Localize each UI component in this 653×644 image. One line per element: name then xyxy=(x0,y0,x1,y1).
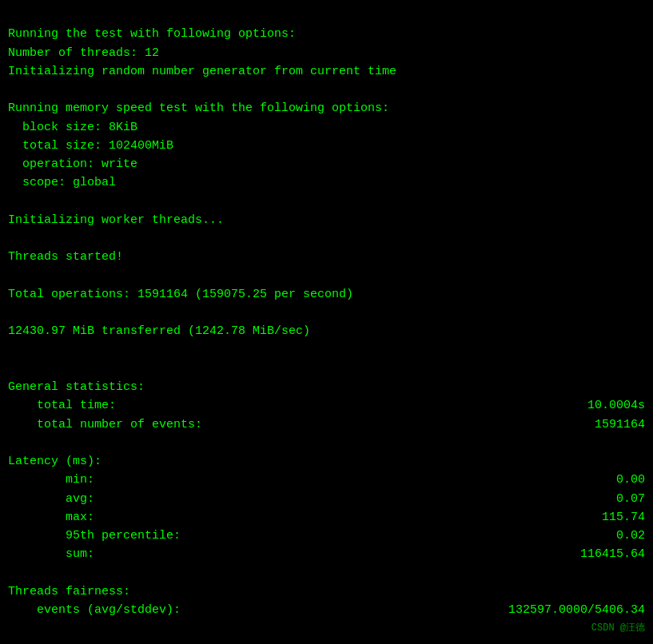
terminal-line xyxy=(8,360,645,378)
line-value: 0.07 xyxy=(616,490,645,508)
line-label: total number of events: xyxy=(8,415,202,434)
terminal-line: 95th percentile:0.02 xyxy=(8,527,645,545)
line-text xyxy=(8,267,15,285)
terminal-line: General statistics: xyxy=(8,378,645,396)
line-text xyxy=(8,434,15,452)
terminal-line: Latency (ms): xyxy=(8,452,645,471)
terminal-line xyxy=(8,81,645,99)
terminal-line: Initializing random number generator fro… xyxy=(8,62,645,81)
line-text xyxy=(8,564,15,582)
terminal-line: events (avg/stddev):132597.0000/5406.34 xyxy=(8,601,645,619)
line-label: sum: xyxy=(8,545,94,563)
line-text: Initializing random number generator fro… xyxy=(8,62,396,81)
line-value: 10.0004s xyxy=(587,396,645,415)
line-value: 115.74 xyxy=(602,508,645,527)
terminal-line: Total operations: 1591164 (159075.25 per… xyxy=(8,285,645,304)
terminal-line: min:0.00 xyxy=(8,471,645,489)
line-text: operation: write xyxy=(8,155,137,173)
line-value: 116415.64 xyxy=(580,545,645,563)
line-label: max: xyxy=(8,508,94,527)
line-text: Total operations: 1591164 (159075.25 per… xyxy=(8,285,353,304)
line-text: Threads started! xyxy=(8,248,123,266)
terminal-line: block size: 8KiB xyxy=(8,118,645,137)
line-value: 132597.0000/5406.34 xyxy=(508,601,645,619)
line-label: total time: xyxy=(8,396,116,415)
terminal-line: sum:116415.64 xyxy=(8,545,645,563)
line-value: 0.02 xyxy=(616,527,645,545)
line-text xyxy=(8,229,15,248)
line-text xyxy=(8,360,15,378)
line-text: Latency (ms): xyxy=(8,452,102,471)
line-value: 1591164 xyxy=(595,415,645,434)
terminal-line: 12430.97 MiB transferred (1242.78 MiB/se… xyxy=(8,322,645,340)
terminal-line xyxy=(8,193,645,211)
line-text xyxy=(8,193,15,211)
terminal-line xyxy=(8,564,645,582)
terminal-line: total time:10.0004s xyxy=(8,396,645,415)
line-text: Number of threads: 12 xyxy=(8,44,159,62)
terminal-line: Threads fairness: xyxy=(8,582,645,601)
terminal-line: operation: write xyxy=(8,155,645,173)
line-text: Running the test with following options: xyxy=(8,25,296,43)
terminal-line: avg:0.07 xyxy=(8,490,645,508)
line-text: scope: global xyxy=(8,173,116,192)
terminal-line: Threads started! xyxy=(8,248,645,266)
line-text xyxy=(8,81,15,99)
line-text xyxy=(8,341,15,360)
line-label: 95th percentile: xyxy=(8,527,181,545)
line-text: Initializing worker threads... xyxy=(8,211,224,229)
terminal-output: Running the test with following options:… xyxy=(8,6,645,638)
terminal-line xyxy=(8,434,645,452)
terminal-line xyxy=(8,229,645,248)
line-label: avg: xyxy=(8,490,94,508)
terminal-line: total number of events:1591164 xyxy=(8,415,645,434)
terminal-line: Number of threads: 12 xyxy=(8,44,645,62)
terminal-line: scope: global xyxy=(8,173,645,192)
line-text: total size: 102400MiB xyxy=(8,137,173,155)
terminal-line xyxy=(8,341,645,360)
watermark: CSDN @汪德 xyxy=(591,621,645,636)
line-text: 12430.97 MiB transferred (1242.78 MiB/se… xyxy=(8,322,310,340)
line-text xyxy=(8,304,15,322)
terminal-line: Initializing worker threads... xyxy=(8,211,645,229)
terminal-line xyxy=(8,267,645,285)
terminal-line: total size: 102400MiB xyxy=(8,137,645,155)
terminal-line: Running the test with following options: xyxy=(8,25,645,43)
line-text: block size: 8KiB xyxy=(8,118,137,137)
line-text: General statistics: xyxy=(8,378,145,396)
line-value: 0.00 xyxy=(616,471,645,489)
terminal-line: Running memory speed test with the follo… xyxy=(8,99,645,117)
terminal-line: max:115.74 xyxy=(8,508,645,527)
terminal-line xyxy=(8,304,645,322)
line-text: Threads fairness: xyxy=(8,582,130,601)
line-label: min: xyxy=(8,471,94,489)
line-text: Running memory speed test with the follo… xyxy=(8,99,389,117)
line-label: events (avg/stddev): xyxy=(8,601,181,619)
